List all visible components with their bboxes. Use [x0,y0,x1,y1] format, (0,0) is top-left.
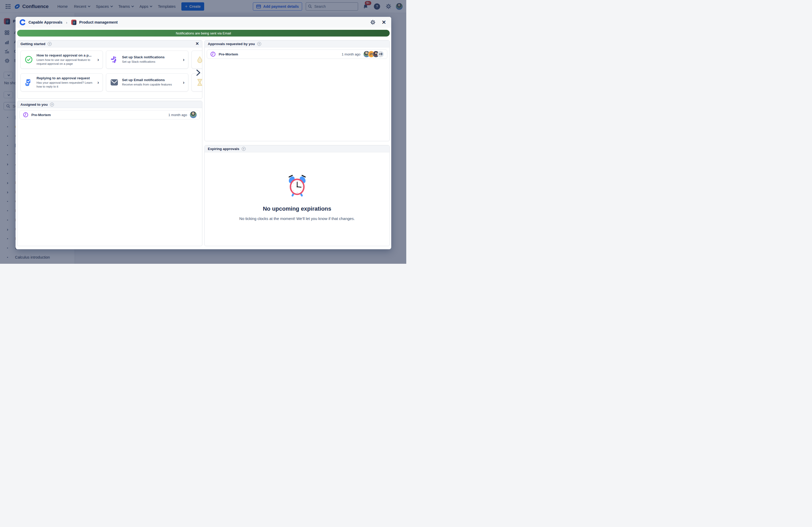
panel-title: Getting started [20,42,45,46]
chevron-right-icon [195,69,202,76]
screen: Confluence Home Recent Spaces Teams Apps… [0,0,406,264]
approval-page-title: Pre-Mortem [219,52,339,56]
approvals-requested-panel: Approvals requested by you ? Pre-Mortem … [204,40,390,141]
right-column: Approvals requested by you ? Pre-Mortem … [204,40,390,246]
empty-state-title: No upcoming expirations [263,205,331,212]
approval-page-title: Pre-Mortem [31,113,165,117]
help-icon[interactable]: ? [257,42,261,46]
check-circle-icon [25,56,33,63]
modal-settings-button[interactable] [370,20,375,25]
getting-started-header: Getting started ? ✕ [17,40,202,47]
close-icon: ✕ [382,20,386,25]
droplet-icon [196,56,202,63]
assigned-to-you-panel: Assigned to you ? Pre-Mortem 1 month ago [17,101,202,246]
card-email-notifications[interactable]: Set up Email notifications Receive email… [106,73,188,91]
expiring-approvals-header: Expiring approvals ? [205,145,389,152]
modal-body: Getting started ? ✕ How to request app [16,36,391,249]
getting-started-close-icon[interactable]: ✕ [195,42,199,46]
gear-icon [370,20,375,25]
modal-header-actions: ✕ [370,20,386,25]
carousel-next-button[interactable] [194,68,202,78]
panel-title: Approvals requested by you [208,42,255,46]
card-slack-notifications[interactable]: Set up Slack notifications Set up Slack … [106,50,188,69]
breadcrumb-page-name[interactable]: Product management [79,20,118,24]
breadcrumb: Capable Approvals › Product management [20,19,118,25]
left-column: Getting started ? ✕ How to request app [17,40,202,246]
help-icon[interactable]: ? [48,42,52,46]
expiring-approvals-panel: Expiring approvals ? [204,145,390,246]
approval-time: 1 month ago [342,52,360,56]
alarm-clock-illustration [286,175,308,198]
assigned-to-you-header: Assigned to you ? [17,101,202,108]
getting-started-cards: How to request approval on a p... Learn … [17,47,202,99]
assigned-approval-row[interactable]: Pre-Mortem 1 month ago [19,110,200,119]
requested-approval-row[interactable]: Pre-Mortem 1 month ago JT +9 [207,49,387,59]
slack-icon [111,56,118,63]
panel-title: Expiring approvals [208,147,240,151]
card-partial-top[interactable] [191,50,202,69]
chevron-right-icon: › [183,57,186,62]
approvals-requested-header: Approvals requested by you ? [205,40,389,47]
help-icon[interactable]: ? [242,147,246,151]
chevron-right-icon: › [98,57,100,62]
approver-avatar-stack: JT +9 [363,51,384,58]
panel-title: Assigned to you [20,103,48,106]
assignee-avatar [190,112,197,118]
capable-approvals-modal: Capable Approvals › Product management [16,17,391,249]
expiring-empty-state: No upcoming expirations No ticking clock… [205,152,389,246]
envelope-icon [111,79,118,86]
card-replying-approval[interactable]: Replying to an approval request Has your… [20,73,103,91]
chevron-right-icon: › [183,79,186,85]
empty-state-text: No ticking clocks at the moment! We’ll l… [240,216,355,221]
getting-started-panel: Getting started ? ✕ How to request app [17,40,202,99]
approval-time: 1 month ago [169,113,187,117]
modal-close-button[interactable]: ✕ [382,20,386,25]
pending-clock-icon [23,112,29,118]
capable-approvals-logo-icon [20,19,26,25]
chevron-right-icon: › [98,79,100,85]
more-approvers-badge: +9 [377,51,384,58]
pending-clock-icon [210,51,216,57]
email-notifications-banner: Notifications are being sent via Email [17,30,390,36]
ballot-box-icon [25,78,33,86]
breadcrumb-chevron-icon: › [66,20,67,25]
breadcrumb-app-name[interactable]: Capable Approvals [29,20,62,24]
product-management-icon [71,19,77,25]
modal-header: Capable Approvals › Product management [16,17,391,28]
help-icon[interactable]: ? [50,103,54,106]
hourglass-icon [196,78,202,86]
card-how-to-request-approval[interactable]: How to request approval on a p... Learn … [20,50,103,69]
